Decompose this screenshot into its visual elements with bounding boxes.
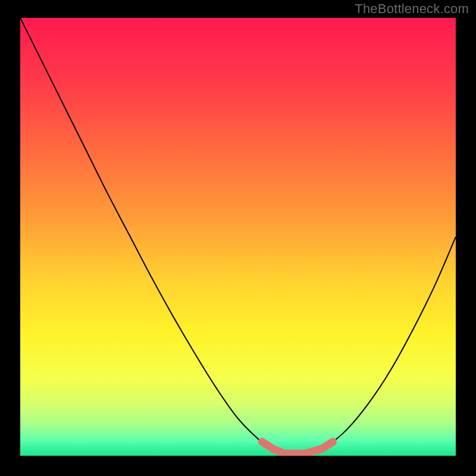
marker-pill	[323, 441, 333, 447]
marker-group	[262, 441, 333, 453]
watermark-text: TheBottleneck.com	[355, 1, 469, 17]
marker-pill	[307, 449, 322, 453]
plot-area	[20, 18, 456, 456]
chart-frame: TheBottleneck.com	[0, 0, 476, 476]
bottleneck-curve	[20, 18, 456, 455]
curve-layer	[20, 18, 456, 456]
